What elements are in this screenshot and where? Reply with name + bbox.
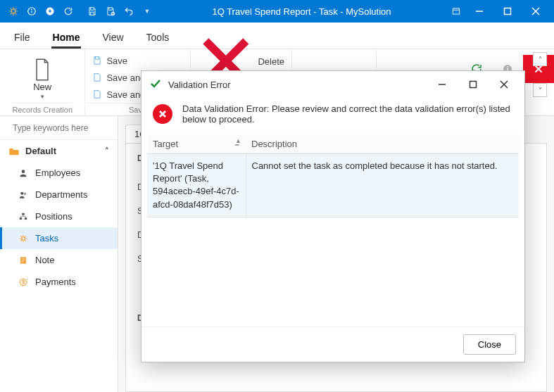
check-icon: [150, 78, 161, 91]
note-icon: [18, 255, 28, 265]
svg-rect-24: [20, 217, 23, 220]
col-target[interactable]: Target▲━: [147, 134, 246, 154]
nav-tasks[interactable]: Tasks: [0, 227, 118, 249]
menu-tools[interactable]: Tools: [145, 32, 171, 49]
window-layout-icon[interactable]: [448, 4, 464, 19]
undo-dropdown-icon[interactable]: ▼: [139, 4, 155, 19]
nav-note[interactable]: Note: [0, 249, 118, 271]
svg-rect-25: [25, 217, 27, 220]
dialog-close-button[interactable]: [492, 75, 516, 94]
svg-point-22: [24, 192, 27, 195]
titlebar: ▼ 1Q Travel Spend Report - Task - MySolu…: [0, 0, 554, 23]
refresh-icon[interactable]: [61, 4, 76, 19]
chevron-up-icon: ˄: [105, 146, 109, 156]
dialog-message: Data Validation Error: Please review and…: [182, 103, 513, 125]
menu-view[interactable]: View: [101, 32, 125, 49]
new-label: New: [33, 82, 51, 92]
undo-icon[interactable]: [121, 4, 137, 19]
svg-point-0: [11, 9, 15, 13]
svg-rect-6: [453, 8, 459, 14]
table-row[interactable]: '1Q Travel Spend Report' (Task, 594acecb…: [147, 154, 519, 217]
nav-root-label: Default: [25, 146, 56, 156]
dialog-message-row: Data Validation Error: Please review and…: [141, 98, 524, 134]
dialog-close-action-button[interactable]: Close: [463, 334, 516, 355]
ribbon-collapse-up[interactable]: ˄: [533, 52, 547, 66]
nav-positions[interactable]: Positions: [0, 206, 118, 227]
ribbon-records-creation-label: Records Creation: [12, 103, 73, 115]
menu-home[interactable]: Home: [51, 32, 82, 49]
search-input[interactable]: [13, 123, 118, 133]
nav-root[interactable]: Default ˄: [0, 140, 118, 162]
search-box[interactable]: [0, 116, 118, 140]
people-icon: [18, 190, 28, 200]
svg-point-26: [22, 236, 25, 240]
col-description[interactable]: Description: [246, 134, 519, 154]
folder-icon: [8, 146, 20, 156]
menubar: File Home View Tools: [0, 23, 554, 49]
payments-icon: $: [18, 277, 28, 287]
nav-departments[interactable]: Departments: [0, 184, 118, 206]
svg-point-21: [20, 191, 23, 194]
error-icon: [153, 104, 172, 124]
svg-rect-31: [470, 82, 477, 88]
dialog-titlebar: Validation Error: [141, 71, 524, 98]
minimize-button[interactable]: [465, 0, 493, 23]
window-title: 1Q Travel Spend Report - Task - MySoluti…: [156, 6, 447, 17]
download-icon[interactable]: [42, 4, 58, 19]
menu-file[interactable]: File: [13, 32, 32, 49]
dialog-table: Target▲━ Description '1Q Travel Spend Re…: [147, 134, 519, 327]
save-button[interactable]: Save: [85, 52, 189, 69]
person-icon: [18, 168, 28, 178]
org-icon: [18, 212, 28, 222]
gear-icon: [18, 234, 28, 244]
dialog-title: Validation Error: [168, 80, 423, 90]
info-icon[interactable]: [24, 4, 39, 19]
svg-text:$: $: [22, 279, 25, 285]
nav-employees[interactable]: Employees: [0, 162, 118, 184]
cell-target: '1Q Travel Spend Report' (Task, 594acecb…: [147, 154, 246, 217]
validation-error-dialog: Validation Error Data Validation Error: …: [141, 70, 525, 362]
new-button[interactable]: New ▼: [32, 52, 52, 100]
nav-payments[interactable]: $Payments: [0, 271, 118, 293]
dialog-maximize-button[interactable]: [461, 75, 485, 94]
ribbon-group-new: New ▼ Records Creation: [0, 49, 85, 115]
sidebar: Default ˄ Employees Departments Position…: [0, 116, 118, 392]
close-window-button[interactable]: [522, 0, 550, 23]
app-gear-icon[interactable]: [6, 4, 21, 19]
dialog-minimize-button[interactable]: [430, 75, 454, 94]
delete-button[interactable]: Delete: [191, 52, 291, 70]
cell-description: Cannot set the task as completed because…: [246, 154, 519, 217]
svg-point-20: [22, 170, 25, 173]
maximize-button[interactable]: [493, 0, 522, 23]
save-plus-icon[interactable]: [103, 4, 118, 19]
save-quick-icon[interactable]: [84, 4, 100, 19]
svg-rect-9: [505, 8, 511, 15]
svg-rect-23: [22, 213, 25, 215]
ribbon-collapse-down[interactable]: ˅: [533, 83, 547, 97]
dialog-footer: Close: [141, 327, 524, 362]
